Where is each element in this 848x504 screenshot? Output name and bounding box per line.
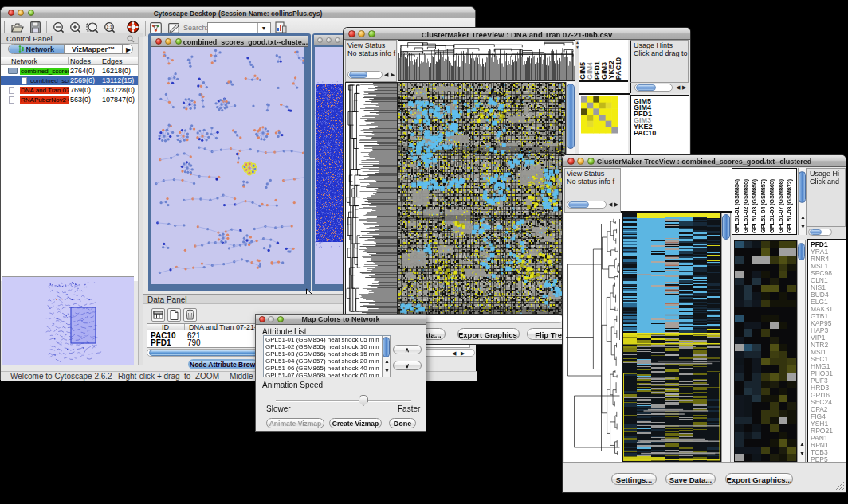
svg-text:1:1: 1:1 <box>106 25 112 29</box>
